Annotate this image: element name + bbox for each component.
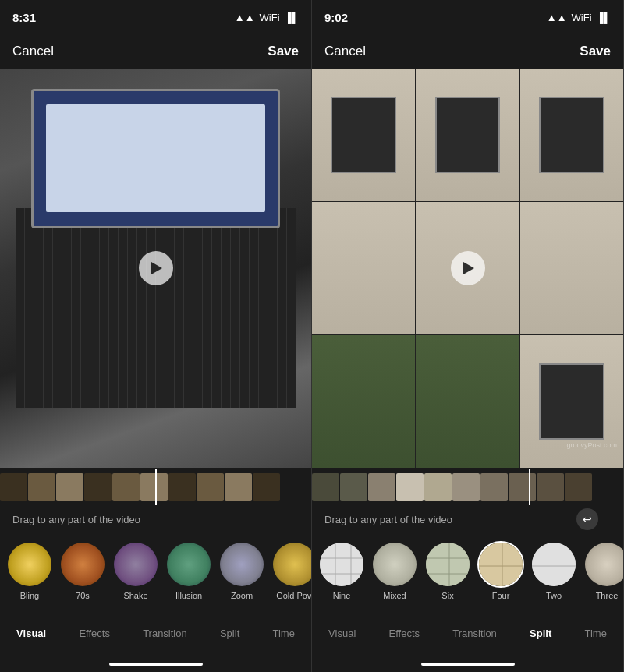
drag-label-right: Drag to any part of the video ↩ (312, 507, 623, 532)
timeline-strip-right (312, 473, 623, 501)
undo-button[interactable]: ↩ (576, 508, 598, 530)
video-area-right[interactable]: groovyPost.com (312, 69, 623, 468)
effect-nine[interactable]: Nine (318, 541, 365, 600)
nav-transition-right[interactable]: Transition (446, 624, 503, 642)
nav-label-time-right: Time (584, 628, 606, 639)
effect-illusion[interactable]: Illusion (165, 541, 212, 600)
effect-goldpow[interactable]: Gold Pow (271, 541, 311, 600)
effect-label-70s: 70s (76, 591, 90, 600)
svg-rect-0 (320, 543, 365, 588)
status-icons-right: ▲▲ WiFi ▐▌ (547, 12, 611, 23)
bottom-nav-left: Visual Effects Transition Split Time (0, 610, 311, 656)
nav-time-left[interactable]: Time (266, 624, 300, 642)
nav-label-visual-left: Visual (16, 628, 46, 639)
effect-thumb-three (583, 541, 623, 588)
nav-visual-right[interactable]: Visual (322, 624, 362, 642)
effect-thumb-nine (318, 541, 365, 588)
nav-label-visual-right: Visual (328, 628, 356, 639)
thumb-2 (28, 473, 55, 501)
rthumb-3 (368, 473, 395, 501)
effect-thumb-six (424, 541, 471, 588)
thumb-inner-nine (320, 543, 363, 586)
thumb-inner-two (532, 543, 576, 586)
effect-mixed[interactable]: Mixed (371, 541, 418, 600)
screen-content (46, 104, 266, 213)
nav-transition-left[interactable]: Transition (136, 624, 193, 642)
nav-label-transition-right: Transition (452, 628, 497, 639)
nav-effects-right[interactable]: Effects (383, 624, 427, 642)
cancel-button-right[interactable]: Cancel (324, 44, 366, 59)
thumb-inner-three (585, 543, 623, 586)
play-button-right[interactable] (451, 251, 485, 285)
effect-label-shake: Shake (123, 591, 147, 600)
effect-label-zoom: Zoom (231, 591, 253, 600)
nav-label-time-left: Time (272, 628, 294, 639)
effect-label-four: Four (492, 591, 510, 600)
drag-label-text-left: Drag to any part of the video (12, 514, 140, 525)
home-indicator-right (312, 656, 623, 672)
timeline-right[interactable] (312, 468, 623, 507)
room-cell-1 (312, 69, 415, 201)
signal-icon-left: ▲▲ (235, 12, 255, 23)
effect-thumb-mixed (371, 541, 418, 588)
thumb-inner-goldpow (273, 543, 311, 586)
play-button-left[interactable] (139, 251, 173, 285)
save-button-right[interactable]: Save (580, 44, 611, 59)
effect-thumb-illusion (165, 541, 212, 588)
effects-row-left: Bling 70s Shake Illusion Zoom (0, 532, 311, 610)
effect-label-three: Three (596, 591, 619, 600)
top-bar-right: Cancel Save (312, 34, 623, 69)
effect-bling[interactable]: Bling (6, 541, 53, 600)
rthumb-7 (480, 473, 508, 501)
nav-split-right[interactable]: Split (523, 624, 558, 642)
timeline-left[interactable] (0, 468, 311, 507)
rthumb-8 (509, 473, 536, 501)
watermark: groovyPost.com (566, 441, 617, 449)
nav-time-right[interactable]: Time (578, 624, 612, 642)
svg-rect-12 (532, 543, 577, 588)
effect-label-nine: Nine (333, 591, 351, 600)
svg-rect-9 (479, 543, 524, 588)
thumb-inner-four (479, 543, 523, 586)
status-bar-right: 9:02 ▲▲ WiFi ▐▌ (312, 0, 623, 34)
battery-icon-right: ▐▌ (597, 12, 611, 23)
room-cell-7 (312, 335, 415, 468)
cancel-button-left[interactable]: Cancel (12, 44, 54, 59)
effect-zoom[interactable]: Zoom (218, 541, 265, 600)
video-area-left[interactable] (0, 69, 311, 468)
effect-two[interactable]: Two (530, 541, 577, 600)
effect-thumb-two (530, 541, 577, 588)
nav-split-left[interactable]: Split (214, 624, 246, 642)
effect-thumb-zoom (218, 541, 265, 588)
effect-four[interactable]: Four (477, 541, 524, 600)
thumb-7 (168, 473, 196, 501)
effect-thumb-70s (59, 541, 106, 588)
timeline-indicator-left (155, 469, 157, 505)
home-bar-right (421, 663, 515, 666)
effect-label-two: Two (546, 591, 562, 600)
drag-label-left: Drag to any part of the video (0, 507, 311, 532)
nav-visual-left[interactable]: Visual (10, 624, 52, 642)
effect-70s[interactable]: 70s (59, 541, 106, 600)
nav-effects-left[interactable]: Effects (73, 624, 116, 642)
effect-three[interactable]: Three (583, 541, 623, 600)
thumb-10 (253, 473, 280, 501)
effect-six[interactable]: Six (424, 541, 471, 600)
rthumb-2 (340, 473, 367, 501)
left-panel: 8:31 ▲▲ WiFi ▐▌ Cancel Save (0, 0, 312, 672)
room-cell-8 (416, 335, 519, 468)
status-time-left: 8:31 (12, 11, 36, 24)
thumb-3 (56, 473, 83, 501)
svg-rect-5 (426, 543, 471, 588)
save-button-left[interactable]: Save (268, 44, 299, 59)
rthumb-9 (537, 473, 564, 501)
keyboard-keys (16, 208, 296, 408)
room-cell-3 (520, 69, 623, 201)
bottom-nav-right: Visual Effects Transition Split Time (312, 610, 623, 656)
nav-label-transition-left: Transition (143, 628, 187, 639)
signal-icon-right: ▲▲ (547, 12, 567, 23)
laptop-screen (31, 89, 280, 228)
effect-shake[interactable]: Shake (112, 541, 159, 600)
thumb-inner-mixed (373, 543, 417, 586)
top-bar-left: Cancel Save (0, 34, 311, 69)
